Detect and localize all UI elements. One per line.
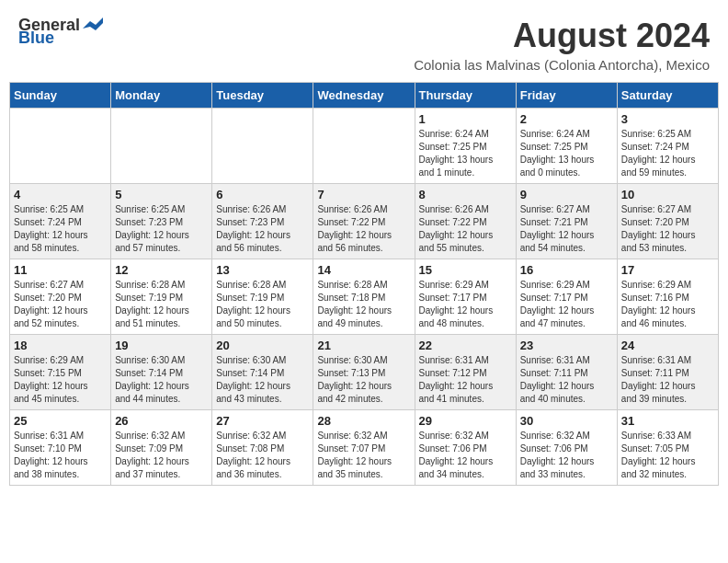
day-header-thursday: Thursday xyxy=(415,83,516,109)
title-section: August 2024 Colonia las Malvinas (Coloni… xyxy=(414,17,710,73)
calendar-cell: 12Sunrise: 6:28 AM Sunset: 7:19 PM Dayli… xyxy=(111,259,212,335)
day-number: 12 xyxy=(115,263,208,277)
day-info: Sunrise: 6:31 AM Sunset: 7:11 PM Dayligh… xyxy=(621,354,714,406)
day-info: Sunrise: 6:32 AM Sunset: 7:08 PM Dayligh… xyxy=(216,430,309,481)
day-info: Sunrise: 6:31 AM Sunset: 7:12 PM Dayligh… xyxy=(419,354,512,406)
calendar-cell: 31Sunrise: 6:33 AM Sunset: 7:05 PM Dayli… xyxy=(617,410,718,486)
calendar-cell: 29Sunrise: 6:32 AM Sunset: 7:06 PM Dayli… xyxy=(415,410,516,486)
day-number: 5 xyxy=(115,188,208,201)
calendar-cell: 7Sunrise: 6:26 AM Sunset: 7:22 PM Daylig… xyxy=(313,184,415,259)
day-info: Sunrise: 6:27 AM Sunset: 7:21 PM Dayligh… xyxy=(520,203,613,255)
calendar-cell: 20Sunrise: 6:30 AM Sunset: 7:14 PM Dayli… xyxy=(212,335,313,410)
calendar-cell xyxy=(313,109,415,184)
calendar-week-row: 25Sunrise: 6:31 AM Sunset: 7:10 PM Dayli… xyxy=(10,410,719,486)
calendar-cell: 30Sunrise: 6:32 AM Sunset: 7:06 PM Dayli… xyxy=(516,410,617,486)
day-info: Sunrise: 6:30 AM Sunset: 7:14 PM Dayligh… xyxy=(115,354,208,406)
day-header-saturday: Saturday xyxy=(617,83,718,109)
day-header-sunday: Sunday xyxy=(10,83,111,109)
day-info: Sunrise: 6:30 AM Sunset: 7:14 PM Dayligh… xyxy=(216,354,309,406)
day-info: Sunrise: 6:26 AM Sunset: 7:22 PM Dayligh… xyxy=(317,203,410,255)
day-number: 27 xyxy=(216,414,309,428)
calendar-cell xyxy=(111,109,212,184)
calendar-cell: 14Sunrise: 6:28 AM Sunset: 7:18 PM Dayli… xyxy=(313,259,415,335)
calendar-cell xyxy=(10,109,111,184)
day-number: 7 xyxy=(317,188,410,201)
calendar-table: SundayMondayTuesdayWednesdayThursdayFrid… xyxy=(9,82,719,486)
day-info: Sunrise: 6:25 AM Sunset: 7:24 PM Dayligh… xyxy=(14,203,107,255)
calendar-cell: 19Sunrise: 6:30 AM Sunset: 7:14 PM Dayli… xyxy=(111,335,212,410)
calendar-cell: 1Sunrise: 6:24 AM Sunset: 7:25 PM Daylig… xyxy=(415,109,516,184)
calendar-cell: 9Sunrise: 6:27 AM Sunset: 7:21 PM Daylig… xyxy=(516,184,617,259)
day-info: Sunrise: 6:32 AM Sunset: 7:09 PM Dayligh… xyxy=(115,430,208,481)
day-info: Sunrise: 6:32 AM Sunset: 7:07 PM Dayligh… xyxy=(317,430,410,481)
day-info: Sunrise: 6:26 AM Sunset: 7:22 PM Dayligh… xyxy=(419,203,512,255)
day-number: 6 xyxy=(216,188,309,201)
day-number: 9 xyxy=(520,188,613,201)
day-number: 31 xyxy=(621,414,714,428)
day-number: 22 xyxy=(419,339,512,352)
day-info: Sunrise: 6:24 AM Sunset: 7:25 PM Dayligh… xyxy=(419,128,512,179)
calendar-cell: 4Sunrise: 6:25 AM Sunset: 7:24 PM Daylig… xyxy=(10,184,111,259)
day-number: 18 xyxy=(14,339,107,352)
day-header-wednesday: Wednesday xyxy=(313,83,415,109)
calendar-cell: 24Sunrise: 6:31 AM Sunset: 7:11 PM Dayli… xyxy=(617,335,718,410)
calendar-cell xyxy=(212,109,313,184)
calendar-cell: 21Sunrise: 6:30 AM Sunset: 7:13 PM Dayli… xyxy=(313,335,415,410)
calendar-cell: 27Sunrise: 6:32 AM Sunset: 7:08 PM Dayli… xyxy=(212,410,313,486)
day-number: 30 xyxy=(520,414,613,428)
calendar-cell: 25Sunrise: 6:31 AM Sunset: 7:10 PM Dayli… xyxy=(10,410,111,486)
calendar-week-row: 18Sunrise: 6:29 AM Sunset: 7:15 PM Dayli… xyxy=(10,335,719,410)
day-info: Sunrise: 6:29 AM Sunset: 7:16 PM Dayligh… xyxy=(621,279,714,330)
day-header-tuesday: Tuesday xyxy=(212,83,313,109)
calendar-cell: 11Sunrise: 6:27 AM Sunset: 7:20 PM Dayli… xyxy=(10,259,111,335)
day-info: Sunrise: 6:25 AM Sunset: 7:23 PM Dayligh… xyxy=(115,203,208,255)
calendar-cell: 15Sunrise: 6:29 AM Sunset: 7:17 PM Dayli… xyxy=(415,259,516,335)
day-number: 3 xyxy=(621,112,714,126)
calendar-header-row: SundayMondayTuesdayWednesdayThursdayFrid… xyxy=(10,83,719,109)
day-info: Sunrise: 6:27 AM Sunset: 7:20 PM Dayligh… xyxy=(621,203,714,255)
day-info: Sunrise: 6:28 AM Sunset: 7:19 PM Dayligh… xyxy=(216,279,309,330)
logo-bird-icon xyxy=(83,17,103,32)
calendar-cell: 22Sunrise: 6:31 AM Sunset: 7:12 PM Dayli… xyxy=(415,335,516,410)
calendar-cell: 5Sunrise: 6:25 AM Sunset: 7:23 PM Daylig… xyxy=(111,184,212,259)
main-title: August 2024 xyxy=(414,17,710,55)
calendar-cell: 10Sunrise: 6:27 AM Sunset: 7:20 PM Dayli… xyxy=(617,184,718,259)
day-info: Sunrise: 6:31 AM Sunset: 7:11 PM Dayligh… xyxy=(520,354,613,406)
day-info: Sunrise: 6:32 AM Sunset: 7:06 PM Dayligh… xyxy=(520,430,613,481)
day-number: 23 xyxy=(520,339,613,352)
day-number: 17 xyxy=(621,263,714,277)
calendar-cell: 3Sunrise: 6:25 AM Sunset: 7:24 PM Daylig… xyxy=(617,109,718,184)
day-info: Sunrise: 6:29 AM Sunset: 7:15 PM Dayligh… xyxy=(14,354,107,406)
day-info: Sunrise: 6:29 AM Sunset: 7:17 PM Dayligh… xyxy=(520,279,613,330)
day-number: 24 xyxy=(621,339,714,352)
day-number: 10 xyxy=(621,188,714,201)
day-info: Sunrise: 6:32 AM Sunset: 7:06 PM Dayligh… xyxy=(419,430,512,481)
day-info: Sunrise: 6:26 AM Sunset: 7:23 PM Dayligh… xyxy=(216,203,309,255)
day-info: Sunrise: 6:30 AM Sunset: 7:13 PM Dayligh… xyxy=(317,354,410,406)
day-number: 25 xyxy=(14,414,107,428)
logo-blue: Blue xyxy=(18,29,54,46)
day-number: 8 xyxy=(419,188,512,201)
day-number: 15 xyxy=(419,263,512,277)
calendar-week-row: 4Sunrise: 6:25 AM Sunset: 7:24 PM Daylig… xyxy=(10,184,719,259)
day-header-friday: Friday xyxy=(516,83,617,109)
subtitle: Colonia las Malvinas (Colonia Antorcha),… xyxy=(414,57,710,73)
day-number: 13 xyxy=(216,263,309,277)
calendar-week-row: 1Sunrise: 6:24 AM Sunset: 7:25 PM Daylig… xyxy=(10,109,719,184)
day-info: Sunrise: 6:31 AM Sunset: 7:10 PM Dayligh… xyxy=(14,430,107,481)
day-info: Sunrise: 6:28 AM Sunset: 7:18 PM Dayligh… xyxy=(317,279,410,330)
calendar-cell: 17Sunrise: 6:29 AM Sunset: 7:16 PM Dayli… xyxy=(617,259,718,335)
page-header: General Blue August 2024 Colonia las Mal… xyxy=(9,9,719,76)
day-number: 28 xyxy=(317,414,410,428)
calendar-week-row: 11Sunrise: 6:27 AM Sunset: 7:20 PM Dayli… xyxy=(10,259,719,335)
day-number: 19 xyxy=(115,339,208,352)
calendar-cell: 8Sunrise: 6:26 AM Sunset: 7:22 PM Daylig… xyxy=(415,184,516,259)
day-info: Sunrise: 6:28 AM Sunset: 7:19 PM Dayligh… xyxy=(115,279,208,330)
calendar-cell: 13Sunrise: 6:28 AM Sunset: 7:19 PM Dayli… xyxy=(212,259,313,335)
day-number: 21 xyxy=(317,339,410,352)
svg-marker-0 xyxy=(83,17,103,30)
day-number: 11 xyxy=(14,263,107,277)
calendar-cell: 6Sunrise: 6:26 AM Sunset: 7:23 PM Daylig… xyxy=(212,184,313,259)
calendar-cell: 26Sunrise: 6:32 AM Sunset: 7:09 PM Dayli… xyxy=(111,410,212,486)
day-number: 20 xyxy=(216,339,309,352)
